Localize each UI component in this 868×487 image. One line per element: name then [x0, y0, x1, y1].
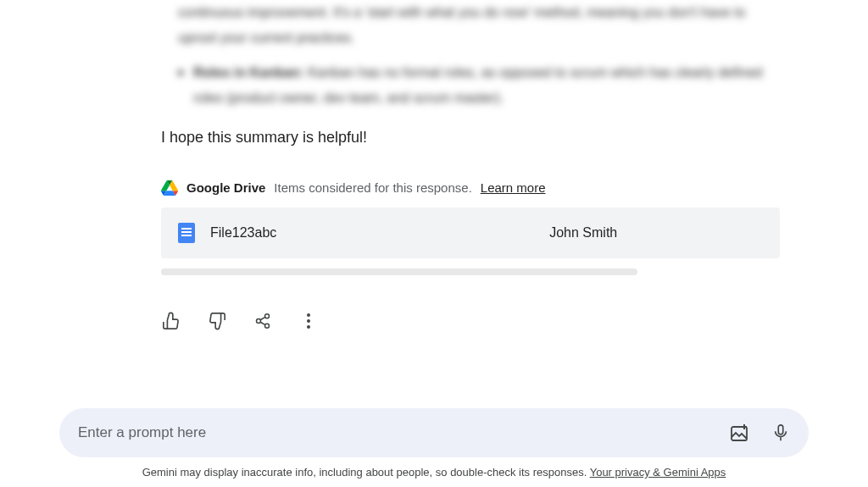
file-name: File123abc	[210, 225, 549, 241]
more-vertical-icon	[307, 313, 310, 329]
blurred-prior-text: continuous improvement. It's a 'start wi…	[161, 0, 780, 112]
app-container: continuous improvement. It's a 'start wi…	[0, 0, 868, 487]
drive-file-row[interactable]: File123abc John Smith	[161, 208, 780, 258]
response-actions	[161, 311, 780, 331]
microphone-button[interactable]	[771, 423, 790, 442]
thumbs-up-icon	[162, 312, 181, 330]
svg-point-0	[265, 313, 270, 318]
prompt-input[interactable]	[78, 424, 729, 441]
thumbs-up-button[interactable]	[161, 311, 181, 331]
upload-image-button[interactable]	[729, 423, 749, 443]
microphone-icon	[771, 423, 790, 442]
prompt-bar	[59, 408, 809, 457]
svg-point-1	[257, 318, 261, 323]
prompt-actions	[729, 423, 790, 443]
content-area: continuous improvement. It's a 'start wi…	[0, 0, 868, 408]
closing-text: I hope this summary is helpful!	[161, 129, 780, 147]
disclaimer: Gemini may display inaccurate info, incl…	[25, 466, 843, 479]
svg-point-2	[265, 324, 270, 328]
footer: Gemini may display inaccurate info, incl…	[0, 408, 868, 487]
thumbs-down-button[interactable]	[207, 311, 227, 331]
drive-subtext: Items considered for this response.	[274, 180, 471, 195]
svg-line-3	[260, 317, 265, 319]
more-options-button[interactable]	[298, 311, 319, 331]
blurred-paragraph: continuous improvement. It's a 'start wi…	[178, 0, 780, 52]
file-owner: John Smith	[549, 225, 763, 241]
share-button[interactable]	[253, 311, 273, 331]
bullet-icon	[178, 70, 183, 75]
drive-header: Google Drive Items considered for this r…	[161, 180, 780, 196]
response-area: continuous improvement. It's a 'start wi…	[161, 0, 780, 331]
drive-learn-more-link[interactable]: Learn more	[481, 180, 546, 195]
drive-scrollbar[interactable]	[161, 268, 780, 275]
google-drive-icon	[161, 180, 178, 196]
bullet-title: Roles in Kanban:	[193, 65, 304, 80]
scrollbar-thumb[interactable]	[161, 268, 637, 275]
svg-line-4	[260, 322, 265, 324]
blurred-bullet: Roles in Kanban: Kanban has no formal ro…	[161, 60, 780, 112]
image-upload-icon	[729, 423, 749, 443]
google-doc-icon	[178, 223, 195, 243]
thumbs-down-icon	[208, 312, 226, 330]
drive-section: Google Drive Items considered for this r…	[161, 180, 780, 275]
svg-rect-6	[778, 425, 783, 434]
share-icon	[254, 313, 271, 329]
privacy-link[interactable]: Your privacy & Gemini Apps	[590, 466, 726, 479]
disclaimer-text: Gemini may display inaccurate info, incl…	[142, 466, 590, 479]
drive-label: Google Drive	[186, 180, 265, 195]
